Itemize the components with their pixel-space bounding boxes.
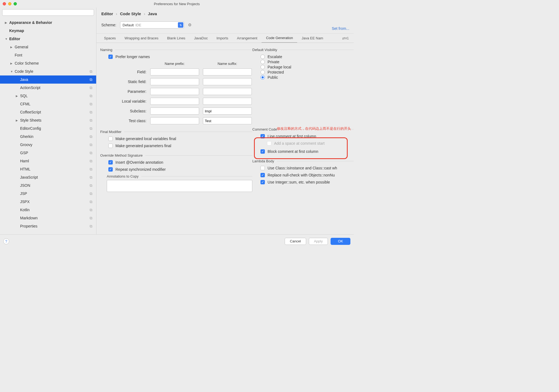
copy-icon: ⧉	[90, 69, 92, 74]
tab-code-generation[interactable]: Code Generation	[262, 34, 297, 43]
name-prefix-input[interactable]	[150, 78, 199, 85]
repeat-sync-row[interactable]: Repeat synchronized modifier	[108, 167, 252, 172]
tree-item-editorconfig[interactable]: EditorConfig⧉	[0, 124, 96, 132]
radio-icon[interactable]	[260, 75, 265, 80]
tree-item-general[interactable]: ▶General	[0, 43, 96, 51]
tree-item-groovy[interactable]: Groovy⧉	[0, 141, 96, 149]
checkbox-icon[interactable]	[108, 144, 113, 148]
right-column: Default Visibility EscalatePrivatePackag…	[252, 46, 354, 234]
copy-icon: ⧉	[90, 216, 92, 220]
name-prefix-input[interactable]	[150, 98, 199, 105]
visibility-package-local[interactable]: Package local	[260, 65, 354, 69]
tree-item-sql[interactable]: ▶SQL⧉	[0, 92, 96, 100]
tree-item-label: CoffeeScript	[20, 110, 41, 114]
name-suffix-input[interactable]	[203, 68, 252, 75]
tree-item-haml[interactable]: Haml⧉	[0, 157, 96, 165]
prefer-longer-names-row[interactable]: Prefer longer names	[108, 55, 252, 59]
tree-item-gsp[interactable]: GSP⧉	[0, 149, 96, 157]
lambda-integersum-row[interactable]: Use Integer::sum, etc. when possible	[260, 180, 354, 184]
breadcrumb-part[interactable]: Code Style	[120, 11, 141, 16]
search-input[interactable]	[2, 9, 94, 16]
tree-item-json[interactable]: JSON⧉	[0, 181, 96, 189]
name-suffix-input[interactable]	[203, 88, 252, 95]
tree-item-java[interactable]: Java⧉	[0, 75, 96, 84]
tree-item-font[interactable]: Font	[0, 51, 96, 59]
visibility-escalate[interactable]: Escalate	[260, 55, 354, 59]
copy-icon: ⧉	[90, 86, 92, 90]
checkbox-icon[interactable]	[108, 137, 113, 141]
arrow-icon: ▶	[16, 119, 18, 122]
tree-item-label: Keymap	[9, 29, 24, 33]
name-suffix-input[interactable]	[203, 78, 252, 85]
radio-icon[interactable]	[260, 60, 265, 64]
name-prefix-input[interactable]	[150, 108, 199, 115]
tree-item-markdown[interactable]: Markdown⧉	[0, 214, 96, 222]
radio-icon[interactable]	[260, 70, 265, 74]
checkbox-icon[interactable]	[260, 180, 265, 184]
annotations-list[interactable]	[107, 180, 252, 192]
breadcrumb-part[interactable]: Editor	[101, 11, 113, 16]
name-suffix-input[interactable]	[203, 98, 252, 105]
radio-icon[interactable]	[260, 65, 265, 69]
tree-item-properties[interactable]: Properties⧉	[0, 222, 96, 230]
tree-item-javascript[interactable]: JavaScript⧉	[0, 173, 96, 181]
gear-icon[interactable]: ⚙	[188, 23, 191, 27]
settings-tree[interactable]: ▶Appearance & BehaviorKeymap▼Editor▶Gene…	[0, 17, 96, 234]
final-local-vars-row[interactable]: Make generated local variables final	[108, 137, 252, 141]
tree-item-label: Style Sheets	[20, 118, 42, 122]
tree-item-coffeescript[interactable]: CoffeeScript⧉	[0, 108, 96, 116]
titlebar: Preferences for New Projects	[0, 0, 354, 8]
tree-item-editor[interactable]: ▼Editor	[0, 35, 96, 43]
visibility-private[interactable]: Private	[260, 60, 354, 64]
name-prefix-input[interactable]	[150, 68, 199, 75]
lambda-nullcheck-row[interactable]: Replace null-check with Objects::nonNu	[260, 173, 354, 177]
visibility-protected[interactable]: Protected	[260, 70, 354, 74]
checkbox-icon[interactable]	[260, 166, 265, 170]
radio-icon[interactable]	[260, 55, 265, 59]
final-params-row[interactable]: Make generated parameters final	[108, 144, 252, 148]
set-from-link[interactable]: Set from...	[332, 26, 349, 31]
help-icon[interactable]: ?	[3, 238, 9, 244]
ok-button[interactable]: OK	[331, 238, 350, 245]
cancel-button[interactable]: Cancel	[285, 238, 306, 245]
naming-row-label: Test class:	[106, 119, 146, 123]
tree-item-label: Java	[20, 77, 28, 82]
checkbox-icon[interactable]	[108, 167, 113, 172]
tree-item-appearance-behavior[interactable]: ▶Appearance & Behavior	[0, 18, 96, 27]
name-prefix-input[interactable]	[150, 117, 199, 124]
tree-item-cfml[interactable]: CFML⧉	[0, 100, 96, 108]
tree-item-keymap[interactable]: Keymap	[0, 27, 96, 35]
tab-java-ee-nam[interactable]: Java EE Nam	[297, 34, 327, 43]
copy-icon: ⧉	[90, 167, 92, 172]
tree-item-code-style[interactable]: ▼Code Style⧉	[0, 67, 96, 75]
checkbox-icon[interactable]	[108, 55, 113, 59]
section-final: Final Modifier	[100, 130, 121, 134]
apply-button[interactable]: Apply	[309, 238, 328, 245]
visibility-public[interactable]: Public	[260, 75, 354, 80]
tree-item-color-scheme[interactable]: ▶Color Scheme	[0, 59, 96, 67]
tab-imports[interactable]: Imports	[212, 34, 233, 43]
tab-javadoc[interactable]: JavaDoc	[190, 34, 212, 43]
tab-arrangement[interactable]: Arrangement	[233, 34, 262, 43]
tree-item-label: CFML	[20, 102, 30, 106]
tabs-overflow-icon[interactable]: ⇄≡1	[342, 36, 350, 40]
tab-spaces[interactable]: Spaces	[100, 34, 120, 43]
tree-item-style-sheets[interactable]: ▶Style Sheets⧉	[0, 116, 96, 124]
tree-item-actionscript[interactable]: ActionScript⧉	[0, 84, 96, 92]
name-suffix-input[interactable]	[203, 108, 252, 115]
tree-item-jsp[interactable]: JSP⧉	[0, 189, 96, 198]
lambda-isinstance-row[interactable]: Use Class::isInstance and Class::cast wh	[260, 166, 354, 170]
tab-wrapping-and-braces[interactable]: Wrapping and Braces	[120, 34, 163, 43]
insert-override-row[interactable]: Insert @Override annotation	[108, 160, 252, 165]
scheme-row: Scheme: Default IDE ⇅ ⚙ Set from...	[96, 19, 354, 34]
checkbox-icon[interactable]	[108, 160, 113, 165]
name-prefix-input[interactable]	[150, 88, 199, 95]
tree-item-kotlin[interactable]: Kotlin⧉	[0, 206, 96, 214]
checkbox-icon[interactable]	[260, 173, 265, 177]
tab-blank-lines[interactable]: Blank Lines	[163, 34, 190, 43]
name-suffix-input[interactable]	[203, 117, 252, 124]
scheme-select[interactable]: Default IDE ⇅	[120, 21, 184, 29]
tree-item-jspx[interactable]: JSPX⧉	[0, 198, 96, 206]
tree-item-gherkin[interactable]: Gherkin⧉	[0, 132, 96, 141]
tree-item-html[interactable]: HTML⧉	[0, 165, 96, 173]
